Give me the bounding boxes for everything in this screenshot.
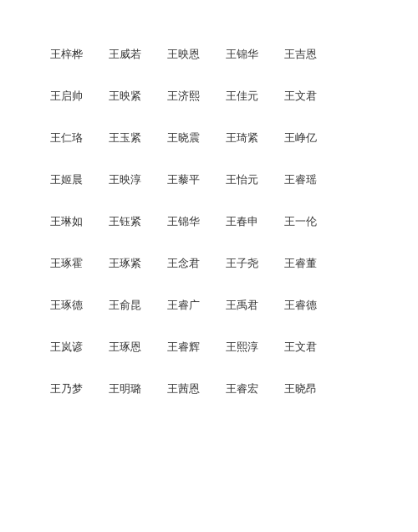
name-item: 王子尧: [226, 256, 284, 271]
name-item: 王春申: [226, 214, 284, 229]
name-item: 王姬晨: [50, 172, 109, 187]
name-item: 王锦华: [167, 214, 226, 229]
name-item: 王映淳: [109, 172, 167, 187]
names-row: 王启帅王映紧王济熙王佳元王文君: [50, 75, 368, 117]
name-item: 王琢恩: [109, 340, 167, 355]
name-item: 王藜平: [167, 172, 226, 187]
name-item: 王睿德: [284, 298, 343, 313]
name-item: 王仁珞: [50, 130, 109, 146]
name-item: 王梓桦: [50, 47, 109, 62]
name-item: 王济熙: [167, 89, 226, 104]
name-item: 王玉紧: [109, 130, 167, 146]
name-item: 王茜恩: [167, 381, 226, 396]
name-item: 王怡元: [226, 172, 284, 187]
name-item: 王威若: [109, 47, 167, 62]
name-item: 王晓震: [167, 130, 226, 146]
names-row: 王琳如王钰紧王锦华王春申王一伦: [50, 201, 368, 243]
name-item: 王晓昂: [284, 381, 343, 396]
name-item: 王乃梦: [50, 381, 109, 396]
name-item: 王睿广: [167, 298, 226, 313]
name-item: 王睿宏: [226, 381, 284, 396]
name-item: 王佳元: [226, 89, 284, 104]
name-item: 王峥亿: [284, 130, 343, 146]
name-item: 王琢紧: [109, 256, 167, 271]
name-item: 王映恩: [167, 47, 226, 62]
name-item: 王琢霍: [50, 256, 109, 271]
name-item: 王禹君: [226, 298, 284, 313]
name-item: 王一伦: [284, 214, 343, 229]
name-item: 王睿辉: [167, 340, 226, 355]
names-row: 王梓桦王威若王映恩王锦华王吉恩: [50, 33, 368, 75]
name-item: 王琳如: [50, 214, 109, 229]
name-item: 王吉恩: [284, 47, 343, 62]
names-row: 王琢德王俞昆王睿广王禹君王睿德: [50, 284, 368, 326]
name-item: 王琢德: [50, 298, 109, 313]
names-row: 王姬晨王映淳王藜平王怡元王睿瑶: [50, 159, 368, 201]
name-item: 王熙淳: [226, 340, 284, 355]
name-item: 王岚谚: [50, 340, 109, 355]
names-container: 王梓桦王威若王映恩王锦华王吉恩王启帅王映紧王济熙王佳元王文君王仁珞王玉紧王晓震王…: [0, 0, 418, 443]
names-row: 王乃梦王明璐王茜恩王睿宏王晓昂: [50, 368, 368, 410]
names-row: 王岚谚王琢恩王睿辉王熙淳王文君: [50, 326, 368, 368]
name-item: 王睿董: [284, 256, 343, 271]
name-item: 王念君: [167, 256, 226, 271]
name-item: 王俞昆: [109, 298, 167, 313]
name-item: 王琦紧: [226, 130, 284, 146]
name-item: 王锦华: [226, 47, 284, 62]
name-item: 王映紧: [109, 89, 167, 104]
names-row: 王琢霍王琢紧王念君王子尧王睿董: [50, 243, 368, 284]
name-item: 王启帅: [50, 89, 109, 104]
name-item: 王文君: [284, 340, 343, 355]
names-row: 王仁珞王玉紧王晓震王琦紧王峥亿: [50, 117, 368, 159]
name-item: 王文君: [284, 89, 343, 104]
name-item: 王明璐: [109, 381, 167, 396]
name-item: 王睿瑶: [284, 172, 343, 187]
name-item: 王钰紧: [109, 214, 167, 229]
